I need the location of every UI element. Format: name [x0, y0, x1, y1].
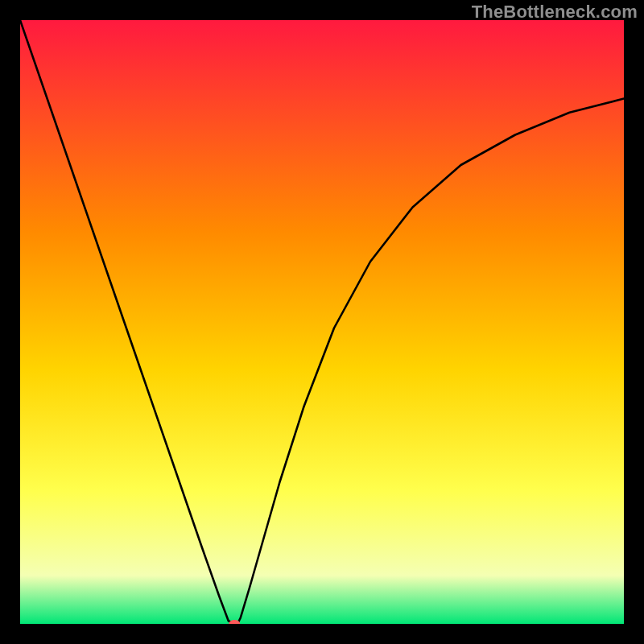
bottleneck-chart	[20, 20, 624, 624]
plot-area	[20, 20, 624, 624]
gradient-background	[20, 20, 624, 624]
chart-frame: TheBottleneck.com	[0, 0, 644, 644]
